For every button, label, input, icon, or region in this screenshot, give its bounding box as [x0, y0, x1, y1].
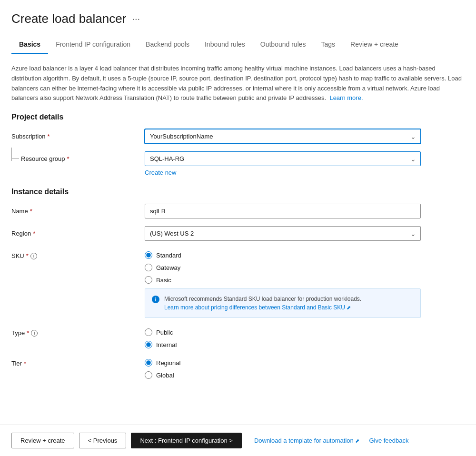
- type-label: Type * i: [11, 326, 145, 337]
- region-select[interactable]: (US) West US 2: [145, 226, 421, 241]
- tier-regional-label: Regional: [156, 359, 180, 367]
- sku-info-icon[interactable]: i: [30, 253, 37, 259]
- give-feedback-link[interactable]: Give feedback: [369, 437, 408, 444]
- info-circle-icon: i: [152, 296, 159, 303]
- region-row: Region * (US) West US 2 ⌄: [11, 226, 465, 241]
- sku-standard-option[interactable]: Standard: [145, 251, 421, 259]
- sku-gateway-option[interactable]: Gateway: [145, 264, 421, 271]
- tier-radio-group: Regional Global: [145, 356, 421, 379]
- name-control: [145, 204, 421, 218]
- region-select-wrapper: (US) West US 2 ⌄: [145, 226, 421, 241]
- subscription-label: Subscription *: [11, 129, 145, 140]
- type-internal-radio[interactable]: [145, 341, 152, 348]
- tier-required: *: [24, 360, 26, 367]
- next-button[interactable]: Next : Frontend IP configuration >: [131, 433, 242, 448]
- download-external-icon: ⬈: [355, 438, 359, 444]
- create-new-link[interactable]: Create new: [145, 169, 176, 176]
- sku-control: Standard Gateway Basic i: [145, 248, 421, 318]
- tier-label: Tier *: [11, 356, 145, 367]
- type-public-label: Public: [156, 329, 173, 336]
- type-radio-group: Public Internal: [145, 326, 421, 348]
- type-public-option[interactable]: Public: [145, 328, 421, 336]
- tab-outbound-rules[interactable]: Outbound rules: [253, 36, 314, 54]
- tier-global-label: Global: [156, 372, 174, 379]
- type-internal-label: Internal: [156, 341, 177, 348]
- footer: Review + create < Previous Next : Fronte…: [0, 425, 476, 456]
- tier-global-option[interactable]: Global: [145, 371, 421, 379]
- sku-basic-radio[interactable]: [145, 276, 152, 284]
- download-template-link[interactable]: Download a template for automation ⬈: [254, 437, 359, 444]
- resource-group-select-wrapper: SQL-HA-RG ⌄: [145, 151, 421, 166]
- subscription-required: *: [48, 133, 50, 140]
- external-link-icon: ⬈: [347, 305, 351, 310]
- previous-button[interactable]: < Previous: [79, 433, 127, 448]
- tabs-nav: Basics Frontend IP configuration Backend…: [11, 36, 465, 54]
- review-create-button[interactable]: Review + create: [11, 433, 74, 448]
- resource-group-label: Resource group *: [11, 151, 145, 162]
- instance-details-section: Instance details Name * Region *: [11, 188, 465, 379]
- title-ellipsis: ···: [132, 13, 140, 24]
- sku-required: *: [26, 252, 29, 259]
- type-public-radio[interactable]: [145, 328, 152, 336]
- name-row: Name *: [11, 204, 465, 218]
- subscription-row: Subscription * YourSubscriptionName ⌄: [11, 129, 465, 144]
- region-label: Region *: [11, 226, 145, 237]
- tab-tags[interactable]: Tags: [314, 36, 343, 54]
- type-info-icon[interactable]: i: [31, 330, 38, 337]
- sku-info-box: i Microsoft recommends Standard SKU load…: [145, 288, 421, 318]
- type-internal-option[interactable]: Internal: [145, 341, 421, 348]
- tab-frontend-ip[interactable]: Frontend IP configuration: [48, 36, 138, 54]
- description-text: Azure load balancer is a layer 4 load ba…: [11, 64, 465, 103]
- region-required: *: [33, 230, 35, 237]
- name-required: *: [30, 208, 32, 215]
- subscription-select[interactable]: YourSubscriptionName: [145, 129, 421, 144]
- sku-standard-label: Standard: [156, 252, 181, 259]
- resource-group-control: SQL-HA-RG ⌄ Create new: [145, 151, 421, 176]
- sku-gateway-radio[interactable]: [145, 264, 152, 271]
- type-row: Type * i Public Internal: [11, 326, 465, 348]
- region-control: (US) West US 2 ⌄: [145, 226, 421, 241]
- project-details-section: Project details Subscription * YourSubsc…: [11, 113, 465, 176]
- sku-label: SKU * i: [11, 248, 145, 259]
- resource-group-row: Resource group * SQL-HA-RG ⌄ Create new: [11, 151, 465, 176]
- tier-control: Regional Global: [145, 356, 421, 379]
- project-details-title: Project details: [11, 113, 465, 121]
- footer-links: Download a template for automation ⬈ Giv…: [254, 437, 409, 444]
- tier-regional-option[interactable]: Regional: [145, 359, 421, 367]
- instance-details-title: Instance details: [11, 188, 465, 196]
- tier-regional-radio[interactable]: [145, 359, 152, 367]
- tab-review-create[interactable]: Review + create: [343, 36, 406, 54]
- title-text: Create load balancer: [11, 11, 126, 26]
- subscription-control: YourSubscriptionName ⌄: [145, 129, 421, 144]
- page-title: Create load balancer ···: [11, 11, 465, 26]
- resource-group-select[interactable]: SQL-HA-RG: [145, 151, 421, 166]
- type-control: Public Internal: [145, 326, 421, 348]
- tier-global-radio[interactable]: [145, 371, 152, 379]
- sku-basic-label: Basic: [156, 277, 171, 284]
- sku-learn-more-link[interactable]: Learn more about pricing differences bet…: [164, 304, 351, 311]
- subscription-select-wrapper: YourSubscriptionName ⌄: [145, 129, 421, 144]
- sku-radio-group: Standard Gateway Basic: [145, 248, 421, 284]
- learn-more-link[interactable]: Learn more.: [329, 94, 363, 101]
- tab-backend-pools[interactable]: Backend pools: [138, 36, 197, 54]
- tier-row: Tier * Regional Global: [11, 356, 465, 379]
- sku-gateway-label: Gateway: [156, 264, 180, 271]
- type-required: *: [27, 329, 29, 337]
- name-label: Name *: [11, 204, 145, 215]
- resource-group-required: *: [67, 155, 69, 162]
- sku-standard-radio[interactable]: [145, 251, 152, 259]
- sku-row: SKU * i Standard Gateway: [11, 248, 465, 318]
- tab-basics[interactable]: Basics: [11, 36, 48, 54]
- tab-inbound-rules[interactable]: Inbound rules: [197, 36, 253, 54]
- sku-basic-option[interactable]: Basic: [145, 276, 421, 284]
- name-input[interactable]: [145, 204, 421, 218]
- sku-info-text: Microsoft recommends Standard SKU load b…: [164, 295, 361, 312]
